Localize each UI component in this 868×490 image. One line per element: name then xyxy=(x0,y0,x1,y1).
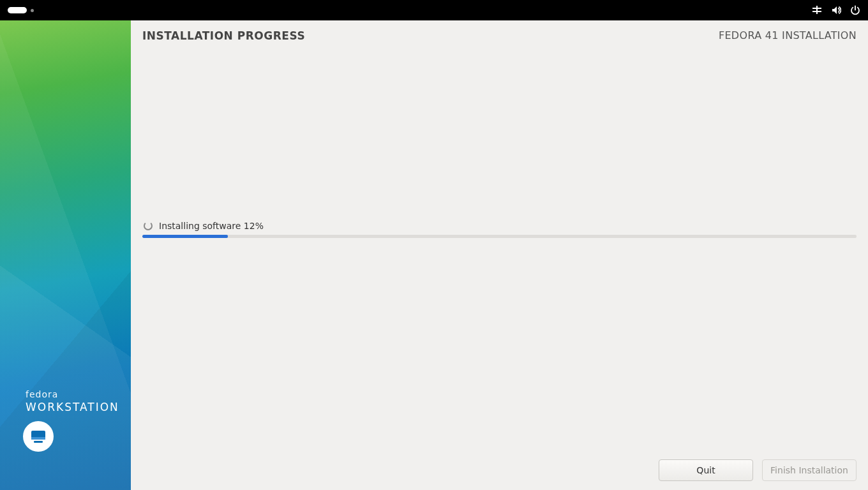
fedora-brand-text: fedora WORKSTATION xyxy=(26,389,119,413)
quit-button[interactable]: Quit xyxy=(659,459,753,481)
svg-rect-5 xyxy=(31,437,45,440)
installer-sidebar: fedora WORKSTATION xyxy=(0,20,131,490)
system-status-area[interactable] xyxy=(812,5,860,15)
spinner-icon xyxy=(144,221,153,230)
svg-rect-0 xyxy=(812,8,814,9)
activities-indicator[interactable] xyxy=(8,7,34,13)
fedora-logo-icon xyxy=(23,421,54,452)
product-title: FEDORA 41 INSTALLATION xyxy=(719,29,857,41)
svg-rect-1 xyxy=(819,8,821,9)
volume-icon xyxy=(831,5,841,15)
brand-line-1: fedora xyxy=(26,389,119,399)
footer-buttons: Quit Finish Installation xyxy=(659,459,857,481)
installer-content: INSTALLATION PROGRESS FEDORA 41 INSTALLA… xyxy=(131,20,868,490)
workspace-pill-icon xyxy=(8,7,27,13)
svg-rect-2 xyxy=(812,11,814,12)
finish-installation-button: Finish Installation xyxy=(762,459,857,481)
sidebar-background-art xyxy=(0,20,131,490)
progress-status-row: Installing software 12% xyxy=(142,221,857,231)
progress-status-text: Installing software 12% xyxy=(159,221,264,231)
workspace-dot-icon xyxy=(31,9,34,12)
power-icon xyxy=(850,5,860,15)
spacer xyxy=(142,48,857,221)
network-icon xyxy=(812,5,822,15)
gnome-top-bar xyxy=(0,0,868,20)
svg-rect-3 xyxy=(819,11,821,12)
brand-line-2: WORKSTATION xyxy=(26,401,119,413)
svg-rect-6 xyxy=(34,441,43,443)
content-header: INSTALLATION PROGRESS FEDORA 41 INSTALLA… xyxy=(142,29,857,42)
page-title: INSTALLATION PROGRESS xyxy=(142,29,305,42)
progress-bar xyxy=(142,235,857,238)
progress-bar-fill xyxy=(142,235,228,238)
